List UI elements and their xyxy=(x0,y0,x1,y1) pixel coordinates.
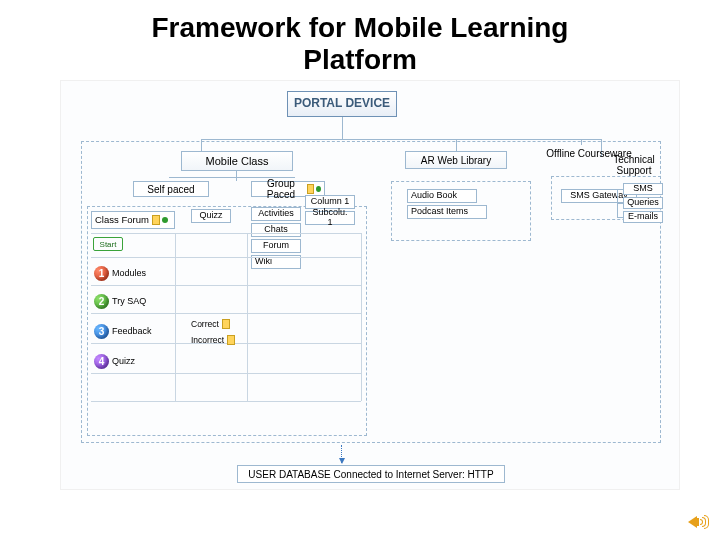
podcast-items-box: Podcast Items xyxy=(407,205,487,219)
forum-box: Forum xyxy=(251,239,301,253)
user-database-box: USER DATABASE Connected to Internet Serv… xyxy=(237,465,505,483)
incorrect-label: Incorrect xyxy=(191,335,224,345)
connector xyxy=(342,117,343,139)
try-saq-label: Try SAQ xyxy=(112,296,146,306)
step-1-icon: 1 xyxy=(94,266,109,281)
portal-device-box: PORTAL DEVICE xyxy=(287,91,397,117)
start-button[interactable]: Start xyxy=(93,237,123,251)
status-dot-icon xyxy=(316,186,321,192)
grid-line xyxy=(91,233,361,234)
feedback-label: Feedback xyxy=(112,326,152,336)
quizz-row: 4 Quizz xyxy=(91,351,175,371)
status-dot-icon xyxy=(162,217,168,223)
connector xyxy=(236,171,237,181)
self-paced-box: Self paced xyxy=(133,181,209,197)
connector xyxy=(201,139,601,140)
document-icon xyxy=(222,319,230,329)
arrow-down-icon xyxy=(341,445,342,463)
modules-label: Modules xyxy=(112,268,146,278)
mobile-class-box: Mobile Class xyxy=(181,151,293,171)
grid-line xyxy=(91,285,361,286)
document-icon xyxy=(307,184,314,194)
activities-box: Activities xyxy=(251,207,301,221)
title-line-2: Platform xyxy=(303,44,417,75)
subcolumn-1-box: Subcolu. 1 xyxy=(305,211,355,225)
modules-row: 1 Modules xyxy=(91,263,175,283)
document-icon xyxy=(227,335,235,345)
group-paced-label: Group Paced xyxy=(256,178,306,200)
technical-support-label: Technical Support xyxy=(595,157,673,173)
step-2-icon: 2 xyxy=(94,294,109,309)
class-forum-box: Class Forum xyxy=(91,211,175,229)
grid-line xyxy=(175,233,176,401)
diagram-canvas: PORTAL DEVICE Mobile Class AR Web Librar… xyxy=(60,80,680,490)
grid-line xyxy=(91,257,361,258)
chats-box: Chats xyxy=(251,223,301,237)
title-line-1: Framework for Mobile Learning xyxy=(152,12,569,43)
quizz-row-label: Quizz xyxy=(112,356,135,366)
feedback-row: 3 Feedback xyxy=(91,321,175,341)
try-saq-row: 2 Try SAQ xyxy=(91,291,175,311)
grid-line xyxy=(91,313,361,314)
grid-line xyxy=(247,233,248,401)
connector xyxy=(617,189,618,218)
incorrect-cell: Incorrect xyxy=(191,333,245,347)
emails-box: E-mails xyxy=(623,211,663,223)
step-4-icon: 4 xyxy=(94,354,109,369)
quizz-box: Quizz xyxy=(191,209,231,223)
page-title: Framework for Mobile Learning Platform xyxy=(0,0,720,80)
speaker-icon xyxy=(688,512,710,532)
grid-line xyxy=(91,401,361,402)
grid-line xyxy=(91,373,361,374)
class-forum-label: Class Forum xyxy=(95,215,149,225)
audio-book-box: Audio Book xyxy=(407,189,477,203)
document-icon xyxy=(152,215,160,225)
correct-cell: Correct xyxy=(191,317,245,331)
sms-box: SMS xyxy=(623,183,663,195)
grid-line xyxy=(361,233,362,401)
ar-web-library-box: AR Web Library xyxy=(405,151,507,169)
queries-box: Queries xyxy=(623,197,663,209)
correct-label: Correct xyxy=(191,319,219,329)
step-3-icon: 3 xyxy=(94,324,109,339)
